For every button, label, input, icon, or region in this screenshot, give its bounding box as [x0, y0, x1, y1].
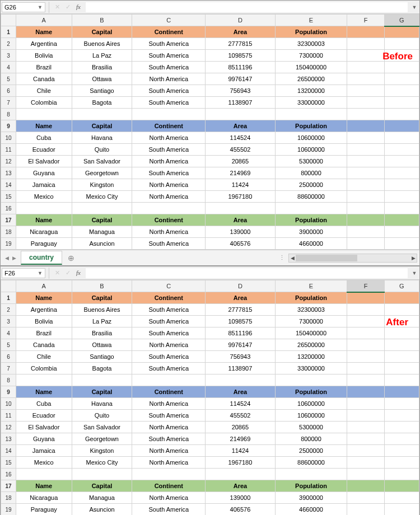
col-header-F[interactable]: F [347, 280, 384, 292]
select-all-corner[interactable] [1, 15, 16, 26]
table-row: 6ChileSantiagoSouth America7569431320000… [1, 351, 419, 363]
sheet-tab-country[interactable]: country [21, 251, 62, 265]
after-label: After [386, 317, 408, 328]
col-header-G[interactable]: G [384, 280, 419, 292]
col-header-C[interactable]: C [132, 280, 206, 292]
table-row: 19ParaguayAsuncionSouth America406576466… [1, 238, 419, 250]
col-header-C[interactable]: C [132, 15, 206, 26]
formula-expand-icon[interactable]: ▼ [409, 4, 419, 10]
name-box-dropdown-icon[interactable]: ▼ [38, 4, 43, 10]
formula-buttons: ✕ ✓ fx [52, 269, 84, 277]
col-header-F[interactable]: F [347, 15, 384, 26]
table-row: 4BrazilBrasiliaSouth America851119615040… [1, 62, 419, 73]
formula-input[interactable] [85, 2, 408, 13]
sheet-tab-bar: ◀▶ country ⊕ ⋮ ◀ ▶ [1, 250, 419, 265]
formula-bar: F26 ▼ ✕ ✓ fx ▼ [1, 266, 419, 280]
tab-split-icon[interactable]: ⋮ [279, 254, 285, 261]
col-header-E[interactable]: E [275, 280, 347, 292]
before-grid[interactable]: Before A B C D E F G 1NameCapitalContine… [1, 14, 419, 250]
table-row: 17NameCapitalContinentAreaPopulation [1, 480, 419, 492]
table-row: 11EcuadorQuitoSouth America4555021060000… [1, 144, 419, 156]
scroll-left-icon[interactable]: ◀ [289, 255, 296, 261]
table-row: 7ColombiaBagotaSouth America113890733000… [1, 363, 419, 374]
table-row: 1NameCapitalContinentAreaPopulation [1, 292, 419, 304]
table-row: 4BrazilBrasiliaSouth America851119615040… [1, 327, 419, 339]
table-row: 16 [1, 203, 419, 214]
table-row: 2ArgentinaBuenos AiresSouth America27778… [1, 38, 419, 50]
add-sheet-button[interactable]: ⊕ [62, 254, 80, 263]
table-row: 14JamaicaKingstonNorth America1142425000… [1, 179, 419, 191]
table-row: 1NameCapitalContinentAreaPopulation [1, 26, 419, 38]
name-box[interactable]: G26 ▼ [2, 2, 45, 12]
table-row: 8 [1, 374, 419, 386]
name-box[interactable]: F26 ▼ [2, 268, 45, 278]
table-row: 12El SalvadorSan SalvadorNorth America20… [1, 156, 419, 167]
scrollbar-thumb[interactable] [296, 255, 357, 261]
cell-reference: F26 [4, 270, 15, 277]
col-header-B[interactable]: B [72, 15, 132, 26]
formula-input[interactable] [85, 268, 408, 279]
table-row: 14JamaicaKingstonNorth America1142425000… [1, 445, 419, 457]
column-header-row[interactable]: A B C D E F G [1, 280, 419, 292]
table-row: 7ColombiaBagotaSouth America113890733000… [1, 97, 419, 109]
row-header[interactable]: 1 [1, 26, 16, 38]
name-box-dropdown-icon[interactable]: ▼ [38, 270, 43, 276]
col-header-D[interactable]: D [206, 15, 276, 26]
before-panel: G26 ▼ ✕ ✓ fx ▼ Before A B C D E F G [0, 0, 420, 266]
table-row: 2ArgentinaBuenos AiresSouth America27778… [1, 304, 419, 316]
after-grid[interactable]: After A B C D E F G 1NameCapitalContinen… [1, 280, 419, 515]
table-row: 12El SalvadorSan SalvadorNorth America20… [1, 422, 419, 433]
table-row: 15MexicoMexico CityNorth America19671808… [1, 191, 419, 203]
select-all-corner[interactable] [1, 280, 16, 292]
tab-nav[interactable]: ◀▶ [1, 255, 21, 261]
before-label: Before [382, 51, 413, 62]
separator [49, 2, 49, 13]
col-header-E[interactable]: E [275, 15, 347, 26]
table-row: 17NameCapitalContinentAreaPopulation [1, 214, 419, 226]
fx-icon[interactable]: fx [76, 269, 81, 277]
table-row: 18NicaraguaManaguaNorth America139000390… [1, 226, 419, 238]
table-row: 5CanadaOttawaNorth America99761472650000… [1, 73, 419, 85]
accept-icon: ✓ [66, 269, 71, 277]
col-header-A[interactable]: A [16, 15, 72, 26]
table-row: 10CubaHavanaNorth America11452410600000 [1, 132, 419, 144]
table-row: 18NicaraguaManaguaNorth America139000390… [1, 492, 419, 504]
table-row: 10CubaHavanaNorth America11452410600000 [1, 398, 419, 410]
table-row: 19ParaguayAsuncionSouth America406576466… [1, 504, 419, 516]
table-row: 6ChileSantiagoSouth America7569431320000… [1, 85, 419, 97]
table-row: 9NameCapitalContinentAreaPopulation [1, 386, 419, 398]
formula-bar: G26 ▼ ✕ ✓ fx ▼ [1, 1, 419, 14]
formula-expand-icon[interactable]: ▼ [409, 270, 419, 276]
table-row: 3BoliviaLa PazSouth America1098575730000… [1, 50, 419, 62]
table-row: 3BoliviaLa PazSouth America1098575730000… [1, 316, 419, 327]
table-row: 5CanadaOttawaNorth America99761472650000… [1, 339, 419, 351]
table-row: 15MexicoMexico CityNorth America19671808… [1, 457, 419, 469]
table-row: 9NameCapitalContinentAreaPopulation [1, 120, 419, 132]
col-header-G[interactable]: G [384, 15, 419, 26]
horizontal-scroll-area: ⋮ ◀ ▶ [80, 254, 419, 263]
col-header-B[interactable]: B [72, 280, 132, 292]
accept-icon: ✓ [66, 3, 71, 11]
table-row: 11EcuadorQuitoSouth America4555021060000… [1, 410, 419, 422]
scroll-right-icon[interactable]: ▶ [410, 255, 417, 261]
table-row: 16 [1, 469, 419, 480]
table-row: 13GuyanaGeorgetownSouth America214969800… [1, 433, 419, 445]
separator [49, 268, 49, 279]
prev-tab-icon[interactable]: ◀ [5, 255, 9, 261]
table-row: 13GuyanaGeorgetownSouth America214969800… [1, 167, 419, 179]
cancel-icon: ✕ [55, 269, 60, 277]
fx-icon[interactable]: fx [76, 3, 81, 11]
next-tab-icon[interactable]: ▶ [12, 255, 16, 261]
column-header-row[interactable]: A B C D E F G [1, 15, 419, 26]
cancel-icon: ✕ [55, 3, 60, 11]
formula-buttons: ✕ ✓ fx [52, 3, 84, 11]
table-row: 8 [1, 109, 419, 120]
col-header-A[interactable]: A [16, 280, 72, 292]
col-header-D[interactable]: D [206, 280, 276, 292]
cell-reference: G26 [4, 4, 16, 11]
horizontal-scrollbar[interactable]: ◀ ▶ [288, 254, 417, 263]
after-panel: F26 ▼ ✕ ✓ fx ▼ After A B C D E F G [0, 266, 420, 515]
